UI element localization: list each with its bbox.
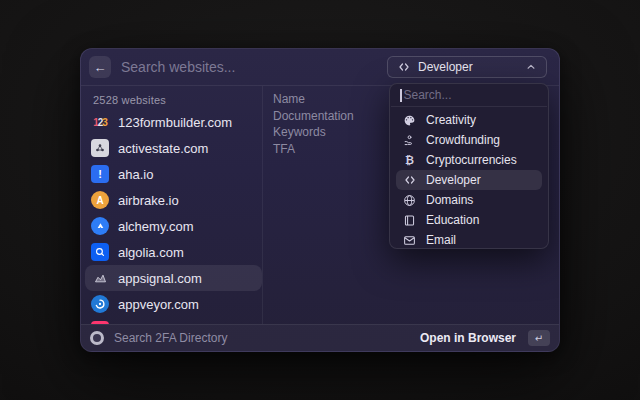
list-item[interactable]: algolia.com [85,239,262,265]
website-name: 123formbuilder.com [118,115,232,130]
website-name: alchemy.com [118,219,194,234]
open-in-browser-button[interactable]: Open in Browser [420,331,516,345]
hand-coin-icon [402,133,417,148]
details-pane: Name Documentation Keywords TFA [273,91,354,157]
appsignal-favicon [91,269,109,287]
algolia-favicon [91,243,109,261]
bitcoin-icon: ₿ [402,153,417,168]
website-name: airbrake.io [118,193,179,208]
back-arrow-icon: ← [94,60,107,75]
aha-favicon: ! [91,165,109,183]
dropdown-item-label: Crowdfunding [426,133,500,147]
detail-field-documentation: Documentation [273,108,354,125]
list-item[interactable]: activestate.com [85,135,262,161]
launcher-window: ← Search websites... Developer 2528 webs… [80,48,560,352]
dropdown-item-label: Developer [426,173,481,187]
list-item[interactable]: appveyor.com [85,291,262,317]
website-name: appsignal.com [118,271,202,286]
dropdown-item-label: Cryptocurrencies [426,153,517,167]
text-caret [400,89,402,102]
website-list: 2528 websites 123 123formbuilder.com act… [85,86,262,324]
list-item[interactable]: appwrite.io [85,317,262,324]
back-button[interactable]: ← [89,56,111,78]
dropdown-item-domains[interactable]: Domains [396,190,542,210]
airbrake-favicon: A [91,191,109,209]
dropdown-item-developer[interactable]: Developer [396,170,542,190]
dropdown-item-crowdfunding[interactable]: Crowdfunding [396,130,542,150]
detail-field-keywords: Keywords [273,124,354,141]
list-item[interactable]: 123 123formbuilder.com [85,109,262,135]
dropdown-item-cryptocurrencies[interactable]: ₿ Cryptocurrencies [396,150,542,170]
dropdown-item-label: Email [426,233,456,247]
list-item[interactable]: A airbrake.io [85,187,262,213]
footer: Search 2FA Directory Open in Browser ↵ [81,324,559,351]
code-brackets-icon [402,173,417,188]
dropdown-item-creativity[interactable]: Creativity [396,110,542,130]
2fa-directory-icon [90,331,104,345]
activestate-favicon [91,139,109,157]
category-label: Developer [418,60,473,74]
website-name: aha.io [118,167,153,182]
pane-divider [262,86,263,324]
website-count-label: 2528 websites [93,94,262,106]
globe-icon [402,193,417,208]
website-name: activestate.com [118,141,208,156]
list-item-selected[interactable]: appsignal.com [85,265,262,291]
footer-source-label: Search 2FA Directory [114,331,410,345]
envelope-icon [402,233,417,248]
header: ← Search websites... Developer [81,49,559,85]
category-dropdown-panel: Search... Creativity Crowdfunding ₿ Cryp… [389,83,549,249]
chevron-up-icon [523,60,538,75]
dropdown-item-education[interactable]: Education [396,210,542,230]
dropdown-item-email[interactable]: Email [396,230,542,249]
return-key-icon: ↵ [528,330,550,346]
appveyor-favicon [91,295,109,313]
code-brackets-icon [396,60,411,75]
dropdown-item-label: Creativity [426,113,476,127]
detail-field-name: Name [273,91,354,108]
category-dropdown-button[interactable]: Developer [387,56,547,78]
list-item[interactable]: alchemy.com [85,213,262,239]
dropdown-item-label: Domains [426,193,473,207]
123formbuilder-favicon: 123 [91,113,109,131]
dropdown-search-placeholder: Search... [404,88,452,102]
dropdown-search-input[interactable]: Search... [390,84,548,106]
website-name: algolia.com [118,245,184,260]
list-item[interactable]: ! aha.io [85,161,262,187]
detail-field-tfa: TFA [273,141,354,158]
palette-icon [402,113,417,128]
website-name: appveyor.com [118,297,199,312]
book-icon [402,213,417,228]
dropdown-item-label: Education [426,213,479,227]
alchemy-favicon [91,217,109,235]
